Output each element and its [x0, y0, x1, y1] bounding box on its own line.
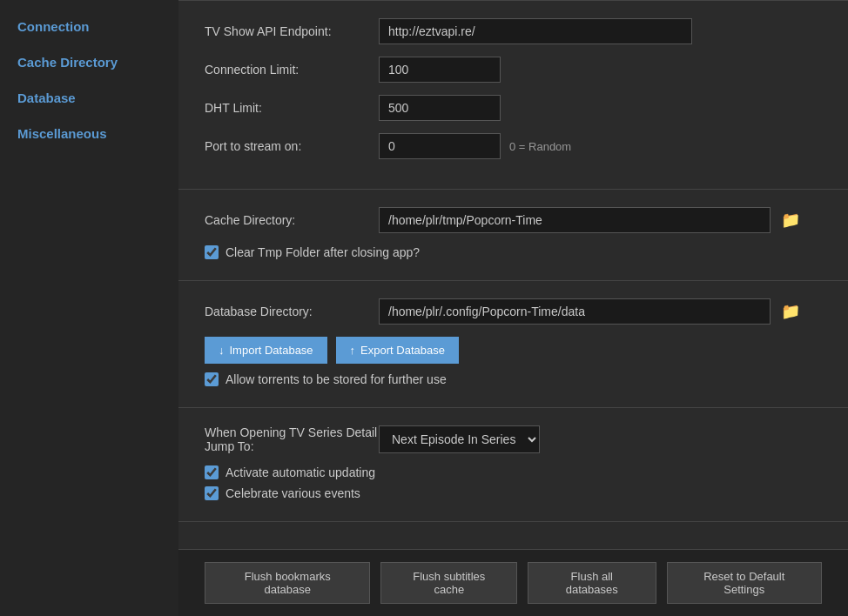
folder-icon: 📁 — [781, 303, 800, 320]
tv-show-api-row: TV Show API Endpoint: — [205, 18, 822, 44]
auto-update-row: Activate automatic updating — [205, 465, 822, 479]
tv-show-api-input[interactable] — [379, 18, 692, 44]
import-icon: ↓ — [219, 344, 225, 357]
folder-icon: 📁 — [781, 211, 800, 229]
clear-tmp-row: Clear Tmp Folder after closing app? — [205, 245, 822, 259]
allow-torrents-checkbox[interactable] — [205, 372, 219, 386]
celebrate-row: Celebrate various events — [205, 486, 822, 500]
database-section: Database Directory: 📁 ↓ Import Database … — [178, 281, 848, 408]
flush-subtitles-label: Flush subtitles cache — [413, 570, 485, 596]
auto-update-checkbox[interactable] — [205, 465, 219, 479]
miscellaneous-section: When Opening TV Series Detail Jump To: N… — [178, 408, 848, 522]
clear-tmp-checkbox[interactable] — [205, 245, 219, 259]
allow-torrents-label: Allow torrents to be stored for further … — [225, 372, 447, 386]
allow-torrents-row: Allow torrents to be stored for further … — [205, 372, 822, 386]
sidebar-item-database[interactable]: Database — [0, 80, 178, 116]
cache-directory-row: Cache Directory: 📁 — [205, 207, 822, 233]
database-buttons: ↓ Import Database ↑ Export Database — [205, 337, 822, 364]
database-directory-label: Database Directory: — [205, 305, 379, 318]
flush-bookmarks-label: Flush bookmarks database — [245, 570, 331, 596]
main-content: TV Show API Endpoint: Connection Limit: … — [178, 0, 848, 549]
reset-button[interactable]: Reset to Default Settings — [667, 562, 822, 604]
database-directory-row: Database Directory: 📁 — [205, 298, 822, 325]
dht-limit-row: DHT Limit: — [205, 95, 822, 121]
footer-bar: Flush bookmarks database Flush subtitles… — [178, 549, 848, 616]
dht-limit-label: DHT Limit: — [205, 101, 379, 115]
connection-section: TV Show API Endpoint: Connection Limit: … — [178, 0, 848, 190]
port-row: Port to stream on: 0 = Random — [205, 133, 822, 159]
sidebar-item-label: Cache Directory — [17, 55, 118, 70]
celebrate-label: Celebrate various events — [225, 486, 360, 500]
export-database-button[interactable]: ↑ Export Database — [336, 337, 459, 364]
flush-subtitles-button[interactable]: Flush subtitles cache — [380, 562, 517, 604]
connection-limit-row: Connection Limit: — [205, 57, 822, 83]
database-directory-input[interactable] — [379, 298, 771, 325]
port-hint: 0 = Random — [509, 140, 571, 153]
dht-limit-input[interactable] — [379, 95, 501, 121]
sidebar-item-miscellaneous[interactable]: Miscellaneous — [0, 116, 178, 151]
tv-show-api-label: TV Show API Endpoint: — [205, 24, 379, 38]
cache-directory-label: Cache Directory: — [205, 213, 379, 227]
sidebar-item-label: Connection — [17, 19, 90, 34]
connection-limit-label: Connection Limit: — [205, 63, 379, 77]
sidebar-item-cache[interactable]: Cache Directory — [0, 44, 178, 80]
celebrate-checkbox[interactable] — [205, 486, 219, 500]
auto-update-label: Activate automatic updating — [225, 465, 375, 479]
database-folder-button[interactable]: 📁 — [777, 302, 804, 321]
sidebar: Connection Cache Directory Database Misc… — [0, 0, 178, 616]
export-database-label: Export Database — [360, 344, 445, 357]
sidebar-item-connection[interactable]: Connection — [0, 9, 178, 44]
tv-series-jump-select[interactable]: Next Episode In Series First Episode Las… — [379, 425, 540, 453]
port-label: Port to stream on: — [205, 139, 379, 153]
flush-all-label: Flush all databases — [566, 570, 618, 596]
port-input[interactable] — [379, 133, 501, 159]
cache-folder-button[interactable]: 📁 — [777, 211, 804, 230]
reset-label: Reset to Default Settings — [703, 570, 784, 596]
connection-limit-input[interactable] — [379, 57, 501, 83]
sidebar-item-label: Database — [17, 90, 76, 105]
clear-tmp-label: Clear Tmp Folder after closing app? — [225, 245, 420, 259]
cache-directory-input[interactable] — [379, 207, 771, 233]
import-database-label: Import Database — [230, 344, 313, 357]
flush-bookmarks-button[interactable]: Flush bookmarks database — [205, 562, 370, 604]
cache-section: Cache Directory: 📁 Clear Tmp Folder afte… — [178, 190, 848, 281]
import-database-button[interactable]: ↓ Import Database — [205, 337, 327, 364]
sidebar-item-label: Miscellaneous — [17, 126, 107, 141]
export-icon: ↑ — [350, 344, 356, 357]
tv-series-jump-label: When Opening TV Series Detail Jump To: — [205, 425, 379, 453]
tv-series-jump-row: When Opening TV Series Detail Jump To: N… — [205, 425, 822, 453]
flush-all-button[interactable]: Flush all databases — [528, 562, 656, 604]
